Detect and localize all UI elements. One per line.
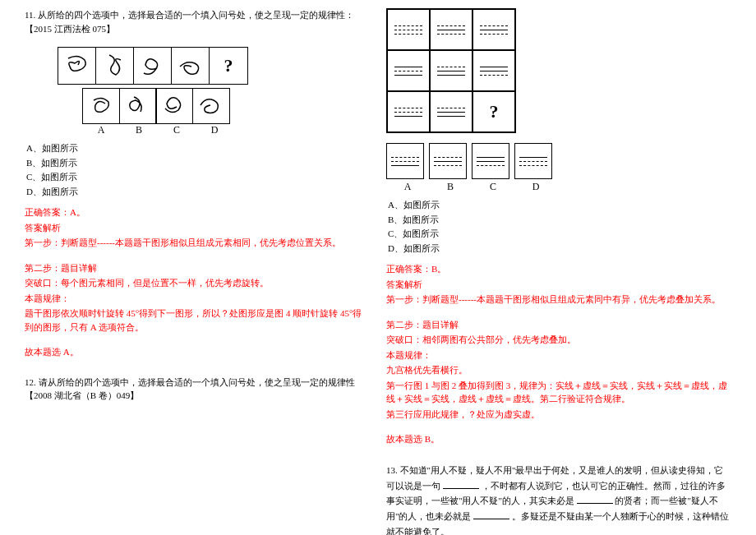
q12-opt-fig-d: [514, 143, 552, 179]
q12-option-b: B、如图所示: [388, 213, 731, 228]
q11-opt-fig-d: [192, 88, 230, 124]
question-12-header: 12. 请从所给的四个选项中，选择最合适的一个填入问号处，使之呈现一定的规律性【…: [25, 376, 370, 403]
q12-analysis: 正确答案：B。 答案解析 第一步：判断题型------本题题干图形相似且组成元素…: [386, 262, 731, 446]
q11-option-d: D、如图所示: [26, 185, 370, 200]
q11-fig-2: [96, 48, 134, 84]
q11-label-b: B: [120, 124, 158, 136]
q11-title: 11. 从所给的四个选项中，选择最合适的一个填入问号处，使之呈现一定的规律性：【…: [25, 8, 370, 35]
right-column: ? A B C D A、如图所示 B、如图所示 C、如图所示 D、如图所示 正确…: [378, 8, 740, 527]
question-13: 13. 不知道"用人不疑，疑人不用"最早出于何处，又是谁人的发明，但从读史得知，…: [386, 463, 731, 535]
q13-stem: 13. 不知道"用人不疑，疑人不用"最早出于何处，又是谁人的发明，但从读史得知，…: [386, 463, 731, 535]
q12-cell-2-3: [472, 50, 515, 91]
q12-opt-fig-b: [429, 143, 467, 179]
q11-option-a: A、如图所示: [26, 141, 370, 156]
q11-label-c: C: [158, 124, 196, 136]
q11-opt-fig-b: [119, 88, 157, 124]
q11-fig-4: [172, 48, 210, 84]
q12-cell-2-1: [387, 50, 430, 91]
question-11: 11. 从所给的四个选项中，选择最合适的一个填入问号处，使之呈现一定的规律性：【…: [25, 8, 370, 359]
q12-option-c: C、如图所示: [388, 227, 731, 242]
q11-fig-question: ?: [210, 48, 247, 84]
q11-opt-fig-a: [82, 88, 120, 124]
q12-answer: 正确答案：B。: [386, 262, 731, 276]
q12-option-d: D、如图所示: [388, 242, 731, 256]
q11-option-b: B、如图所示: [26, 156, 370, 171]
q12-cell-3-1: [387, 91, 430, 132]
q12-grid-figure: ?: [386, 8, 516, 133]
q11-fig-1: [58, 48, 96, 84]
q12-label-d: D: [514, 181, 557, 193]
q12-opt-fig-c: [472, 143, 509, 179]
q11-option-labels: A B C D: [82, 124, 370, 136]
q12-cell-2-2: [430, 50, 472, 91]
q12-option-labels: A B C D: [386, 181, 731, 193]
left-column: 11. 从所给的四个选项中，选择最合适的一个填入问号处，使之呈现一定的规律性：【…: [16, 8, 378, 527]
q12-cell-3-3: ?: [472, 91, 515, 132]
q11-opt-fig-c: [155, 88, 193, 124]
q12-title: 12. 请从所给的四个选项中，选择最合适的一个填入问号处，使之呈现一定的规律性【…: [25, 376, 370, 403]
q12-opt-fig-a: [386, 143, 424, 179]
q12-options-figure: [386, 143, 731, 179]
blank-1: [443, 480, 479, 489]
q11-label-a: A: [82, 124, 120, 136]
q11-question-figure: ?: [58, 47, 248, 85]
q11-analysis: 正确答案：A。 答案解析 第一步：判断题型------本题题干图形相似且组成元素…: [25, 205, 370, 359]
q11-answer: 正确答案：A。: [25, 205, 370, 219]
q11-label-d: D: [196, 124, 233, 136]
q11-option-c: C、如图所示: [26, 170, 370, 185]
q11-options-figure: [82, 88, 228, 124]
q12-cell-1-2: [430, 9, 472, 50]
q12-cell-1-1: [387, 9, 430, 50]
q12-cell-3-2: [430, 91, 472, 132]
q12-cell-1-3: [472, 9, 515, 50]
q12-label-c: C: [472, 181, 514, 193]
q12-option-a: A、如图所示: [388, 198, 731, 213]
q12-label-a: A: [386, 181, 429, 193]
question-12: ? A B C D A、如图所示 B、如图所示 C、如图所示 D、如图所示 正确…: [386, 8, 731, 446]
q12-label-b: B: [429, 181, 472, 193]
blank-2: [577, 495, 613, 504]
q11-fig-3: [134, 48, 172, 84]
blank-3: [473, 510, 509, 519]
